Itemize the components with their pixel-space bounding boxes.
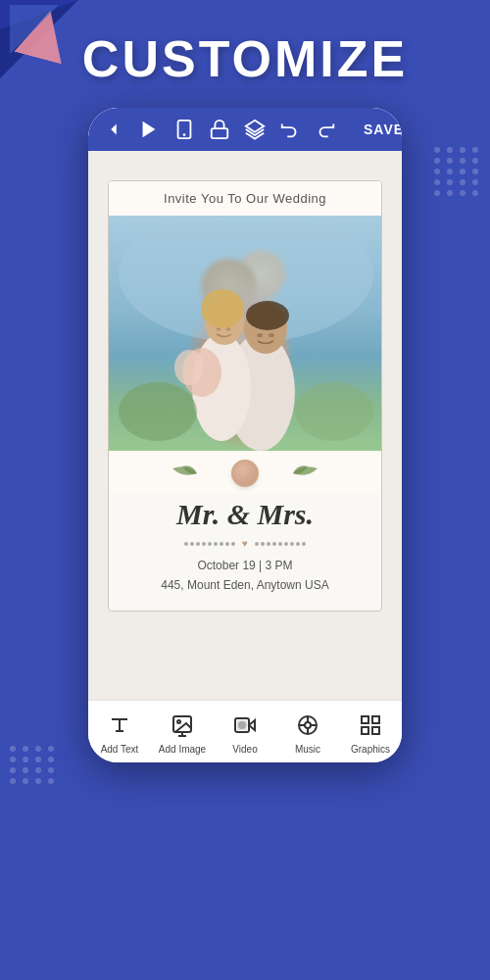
tool-add-text[interactable]: Add Text — [88, 710, 151, 755]
svg-rect-41 — [372, 716, 379, 723]
tool-video[interactable]: Video — [214, 710, 276, 755]
back-button[interactable] — [103, 118, 124, 141]
music-icon — [293, 710, 322, 740]
event-date: October 19 | 3 PM — [119, 556, 371, 575]
save-button[interactable]: SAVE — [364, 122, 402, 137]
event-location: 445, Mount Eden, Anytown USA — [119, 575, 371, 595]
bottom-toolbar: Add Text Add Image — [88, 700, 402, 762]
phone-mockup: SAVE Invite You To Our Wedding — [88, 108, 402, 762]
svg-point-16 — [174, 350, 204, 385]
graphics-icon — [356, 710, 385, 740]
svg-rect-6 — [212, 128, 228, 138]
card-header-text: Invite You To Our Wedding — [109, 181, 381, 216]
svg-rect-43 — [362, 727, 368, 734]
tool-music[interactable]: Music — [276, 710, 339, 755]
svg-point-18 — [295, 382, 373, 441]
svg-point-22 — [226, 327, 231, 331]
svg-point-27 — [177, 720, 180, 723]
dots-decoration-right — [434, 147, 480, 196]
svg-rect-40 — [362, 716, 368, 723]
editor-toolbar: SAVE — [88, 108, 402, 151]
layers-button[interactable] — [244, 118, 266, 141]
gem-decoration — [231, 460, 259, 487]
card-divider — [109, 451, 381, 493]
graphics-label: Graphics — [351, 744, 390, 755]
svg-point-20 — [269, 333, 274, 337]
svg-rect-42 — [372, 727, 379, 734]
svg-point-21 — [217, 327, 221, 331]
svg-marker-3 — [143, 122, 156, 138]
leaf-decoration — [168, 459, 322, 488]
dots-divider: ♥ — [109, 536, 381, 551]
svg-point-13 — [201, 289, 244, 328]
couple-photo — [109, 216, 381, 451]
svg-point-33 — [239, 722, 245, 728]
svg-point-14 — [246, 301, 289, 330]
tool-graphics[interactable]: Graphics — [339, 710, 402, 755]
redo-button[interactable] — [315, 118, 336, 141]
device-button[interactable] — [173, 118, 195, 141]
couple-names: Mr. & Mrs. — [109, 493, 381, 536]
svg-point-17 — [119, 382, 197, 441]
add-text-label: Add Text — [101, 744, 139, 755]
add-image-icon — [168, 710, 197, 740]
heart-decoration: ♥ — [242, 538, 248, 549]
page-title: CUSTOMIZE — [20, 29, 470, 88]
video-label: Video — [232, 744, 257, 755]
play-button[interactable] — [138, 118, 160, 141]
lock-button[interactable] — [209, 118, 230, 141]
add-image-label: Add Image — [159, 744, 206, 755]
card-photo-area — [109, 216, 381, 451]
svg-point-19 — [257, 333, 263, 337]
svg-point-35 — [305, 722, 311, 728]
tool-add-image[interactable]: Add Image — [151, 710, 214, 755]
editor-canvas: Invite You To Our Wedding — [88, 151, 402, 700]
wedding-card: Invite You To Our Wedding — [108, 180, 382, 612]
dots-decoration-left — [10, 746, 56, 784]
page-title-section: CUSTOMIZE — [0, 0, 490, 98]
video-icon — [230, 710, 260, 740]
event-info: October 19 | 3 PM 445, Mount Eden, Anyto… — [109, 551, 381, 611]
add-text-icon — [105, 710, 134, 740]
music-label: Music — [295, 744, 320, 755]
undo-button[interactable] — [279, 118, 301, 141]
